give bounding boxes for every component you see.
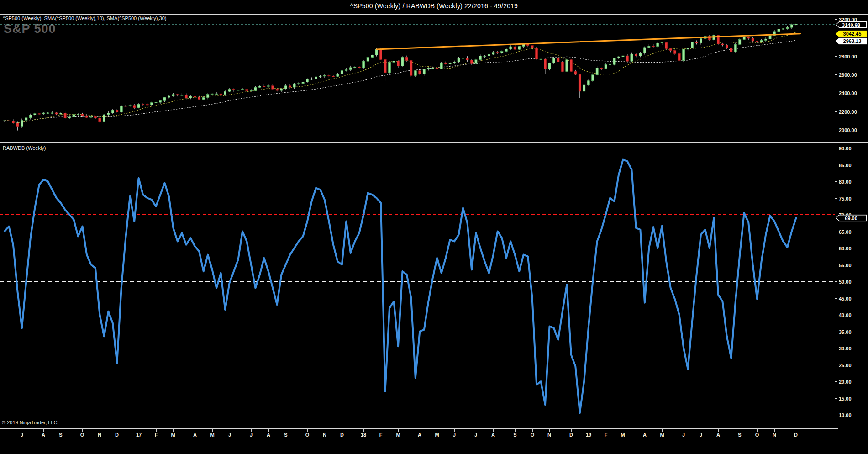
candle-up bbox=[345, 70, 347, 71]
x-tick-mark bbox=[363, 428, 364, 432]
y-tick-label: 2400.00 bbox=[839, 90, 857, 96]
x-tick-label: O bbox=[80, 432, 84, 438]
candle-up bbox=[241, 90, 243, 90]
window-title: ^SP500 (Weekly) / RABWDB (Weekly) 22/201… bbox=[0, 2, 868, 10]
indicator-value-tag: 69.00 bbox=[836, 215, 867, 222]
x-tick-mark bbox=[549, 428, 550, 432]
candle-up bbox=[159, 100, 161, 102]
x-tick-mark bbox=[173, 428, 174, 432]
candle-up bbox=[341, 71, 343, 74]
candle-up bbox=[739, 40, 741, 45]
y-tick-mark bbox=[835, 232, 837, 232]
y-tick-label: 45.00 bbox=[839, 296, 852, 301]
candle-down bbox=[133, 106, 136, 108]
x-tick-label: O bbox=[305, 432, 310, 438]
candle-up bbox=[250, 90, 252, 91]
x-tick-mark bbox=[701, 428, 701, 432]
x-tick-label: N bbox=[323, 432, 326, 438]
y-tick-mark bbox=[835, 398, 837, 399]
candle-down bbox=[752, 38, 754, 41]
x-tick-label: M bbox=[210, 432, 214, 438]
x-tick-mark bbox=[420, 428, 420, 432]
x-tick-label: D bbox=[340, 432, 344, 438]
x-tick-label: D bbox=[569, 432, 573, 438]
candle-up bbox=[552, 58, 555, 63]
candle-up bbox=[484, 56, 486, 56]
candle-up bbox=[310, 79, 313, 79]
candle-up bbox=[617, 57, 620, 58]
candle-up bbox=[683, 49, 685, 60]
x-tick-label: N bbox=[773, 432, 776, 438]
candle-down bbox=[64, 113, 66, 118]
y-tick-mark bbox=[835, 56, 837, 57]
candle-up bbox=[349, 68, 352, 70]
candle-up bbox=[440, 63, 442, 69]
candle-up bbox=[782, 29, 784, 29]
candle-up bbox=[605, 64, 607, 68]
candle-up bbox=[596, 68, 598, 75]
x-tick-label: A bbox=[491, 432, 495, 438]
candle-up bbox=[505, 49, 507, 52]
price-chart-canvas[interactable] bbox=[0, 14, 835, 142]
candle-up bbox=[284, 86, 287, 89]
candle-up bbox=[492, 53, 494, 54]
y-tick-label: 50.00 bbox=[839, 279, 852, 285]
candle-up bbox=[778, 29, 780, 32]
indicator-chart-canvas[interactable] bbox=[0, 143, 835, 428]
y-tick-mark bbox=[835, 381, 837, 382]
candle-down bbox=[8, 121, 10, 121]
y-tick-mark bbox=[835, 415, 837, 415]
x-tick-mark bbox=[286, 428, 286, 432]
candle-down bbox=[436, 68, 438, 69]
candle-up bbox=[202, 98, 205, 100]
candle-down bbox=[397, 61, 399, 66]
candle-up bbox=[29, 115, 32, 117]
candle-up bbox=[155, 102, 157, 103]
candle-up bbox=[354, 67, 356, 68]
x-tick-mark bbox=[195, 428, 195, 432]
candle-up bbox=[315, 77, 317, 79]
candle-up bbox=[150, 103, 153, 105]
x-tick-label: D bbox=[115, 432, 119, 438]
y-tick-mark bbox=[835, 281, 837, 282]
candle-down bbox=[652, 46, 654, 47]
sma30-line bbox=[5, 40, 796, 123]
candle-up bbox=[47, 113, 49, 113]
candle-up bbox=[25, 118, 27, 120]
candle-up bbox=[163, 97, 166, 100]
candle-up bbox=[401, 57, 404, 66]
candle-up bbox=[566, 60, 568, 72]
candle-up bbox=[609, 64, 611, 65]
candle-up bbox=[319, 76, 321, 77]
candle-up bbox=[375, 49, 378, 55]
candle-up bbox=[388, 62, 390, 73]
candle-up bbox=[639, 53, 642, 56]
copyright-text: © 2019 NinjaTrader, LLC bbox=[2, 420, 57, 425]
candle-up bbox=[453, 62, 455, 63]
x-tick-label: 18 bbox=[361, 432, 366, 438]
candle-up bbox=[631, 54, 633, 61]
x-tick-mark bbox=[117, 428, 117, 432]
candle-up bbox=[137, 104, 140, 108]
y-tick-label: 2600.00 bbox=[839, 72, 857, 78]
x-tick-label: 19 bbox=[586, 432, 591, 438]
x-tick-mark bbox=[381, 428, 381, 432]
candle-down bbox=[570, 60, 572, 72]
candle-down bbox=[470, 60, 473, 63]
y-tick-mark bbox=[835, 298, 837, 299]
candle-up bbox=[371, 55, 374, 58]
candle-down bbox=[55, 113, 58, 114]
x-tick-label: J bbox=[474, 432, 477, 438]
candle-up bbox=[224, 91, 226, 95]
x-tick-label: M bbox=[660, 432, 664, 438]
x-tick-label: A bbox=[716, 432, 720, 438]
x-tick-label: A bbox=[193, 432, 197, 438]
candle-down bbox=[600, 68, 603, 69]
y-axis-line[interactable] bbox=[835, 14, 835, 435]
sma10-line bbox=[5, 32, 796, 123]
x-tick-mark bbox=[398, 428, 399, 432]
candle-down bbox=[272, 86, 274, 89]
candle-up bbox=[587, 81, 589, 85]
candle-up bbox=[657, 43, 659, 46]
x-tick-label: J bbox=[453, 432, 456, 438]
